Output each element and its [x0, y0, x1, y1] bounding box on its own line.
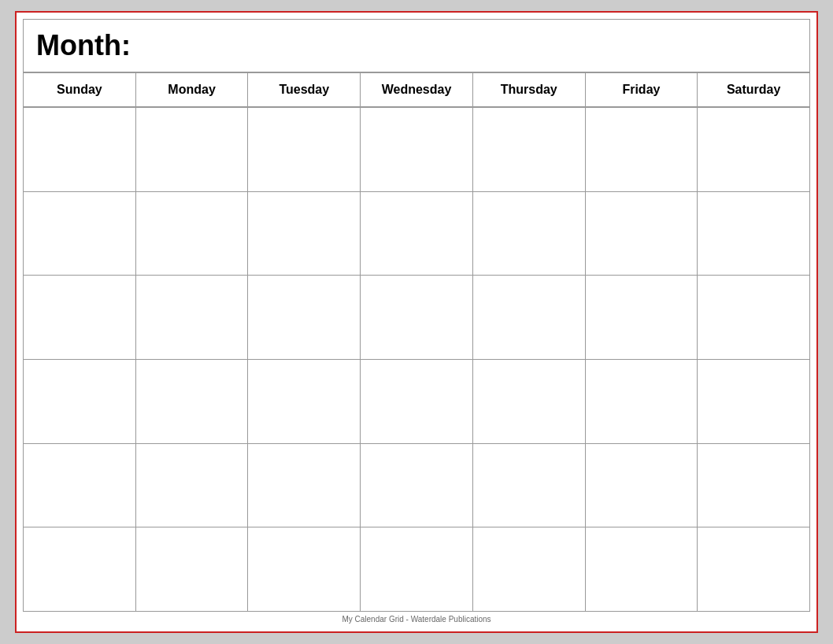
day-header-sunday: Sunday: [24, 73, 136, 107]
footer: My Calendar Grid - Waterdale Publication…: [23, 612, 810, 625]
day-cell[interactable]: [586, 192, 698, 276]
day-cell[interactable]: [473, 360, 586, 443]
day-cell[interactable]: [473, 444, 586, 527]
day-cell[interactable]: [586, 360, 698, 443]
day-cell[interactable]: [473, 527, 586, 611]
day-cell[interactable]: [586, 276, 698, 359]
day-cell[interactable]: [361, 192, 473, 276]
day-cell[interactable]: [586, 527, 698, 611]
day-header-tuesday: Tuesday: [248, 73, 361, 107]
day-header-wednesday: Wednesday: [361, 73, 473, 107]
day-cell[interactable]: [361, 108, 473, 191]
day-cell[interactable]: [586, 108, 698, 191]
week-row-1: [24, 108, 810, 192]
week-row-2: [24, 192, 810, 276]
week-row-5: [24, 444, 810, 528]
day-cell[interactable]: [586, 444, 698, 527]
day-cell[interactable]: [698, 444, 810, 527]
day-cell[interactable]: [248, 527, 361, 611]
day-cell[interactable]: [136, 360, 249, 443]
day-header-thursday: Thursday: [473, 73, 586, 107]
day-cell[interactable]: [473, 276, 586, 359]
day-header-friday: Friday: [586, 73, 698, 107]
day-cell[interactable]: [136, 444, 249, 527]
day-cell[interactable]: [698, 276, 810, 359]
day-cell[interactable]: [698, 360, 810, 443]
day-cell[interactable]: [24, 192, 136, 276]
calendar-page: Month: SundayMondayTuesdayWednesdayThurs…: [15, 11, 818, 633]
day-cell[interactable]: [136, 527, 249, 611]
week-row-3: [24, 276, 810, 360]
day-header-monday: Monday: [136, 73, 249, 107]
day-cell[interactable]: [136, 108, 249, 191]
day-cell[interactable]: [136, 276, 249, 359]
day-headers-row: SundayMondayTuesdayWednesdayThursdayFrid…: [24, 73, 810, 108]
week-row-6: [24, 527, 810, 612]
day-cell[interactable]: [24, 527, 136, 611]
day-cell[interactable]: [248, 444, 361, 527]
day-cell[interactable]: [473, 192, 586, 276]
day-cell[interactable]: [698, 527, 810, 611]
day-cell[interactable]: [698, 192, 810, 276]
day-header-saturday: Saturday: [698, 73, 810, 107]
day-cell[interactable]: [248, 108, 361, 191]
calendar-grid: SundayMondayTuesdayWednesdayThursdayFrid…: [23, 72, 810, 612]
day-cell[interactable]: [361, 276, 473, 359]
day-cell[interactable]: [136, 192, 249, 276]
day-cell[interactable]: [473, 108, 586, 191]
day-cell[interactable]: [698, 108, 810, 191]
day-cell[interactable]: [361, 444, 473, 527]
weeks-container: [24, 108, 810, 612]
day-cell[interactable]: [361, 360, 473, 443]
day-cell[interactable]: [248, 192, 361, 276]
month-title: Month:: [36, 29, 797, 62]
day-cell[interactable]: [248, 360, 361, 443]
day-cell[interactable]: [361, 527, 473, 611]
calendar-header: Month:: [23, 19, 810, 72]
day-cell[interactable]: [248, 276, 361, 359]
week-row-4: [24, 360, 810, 444]
day-cell[interactable]: [24, 360, 136, 443]
day-cell[interactable]: [24, 276, 136, 359]
day-cell[interactable]: [24, 108, 136, 191]
day-cell[interactable]: [24, 444, 136, 527]
